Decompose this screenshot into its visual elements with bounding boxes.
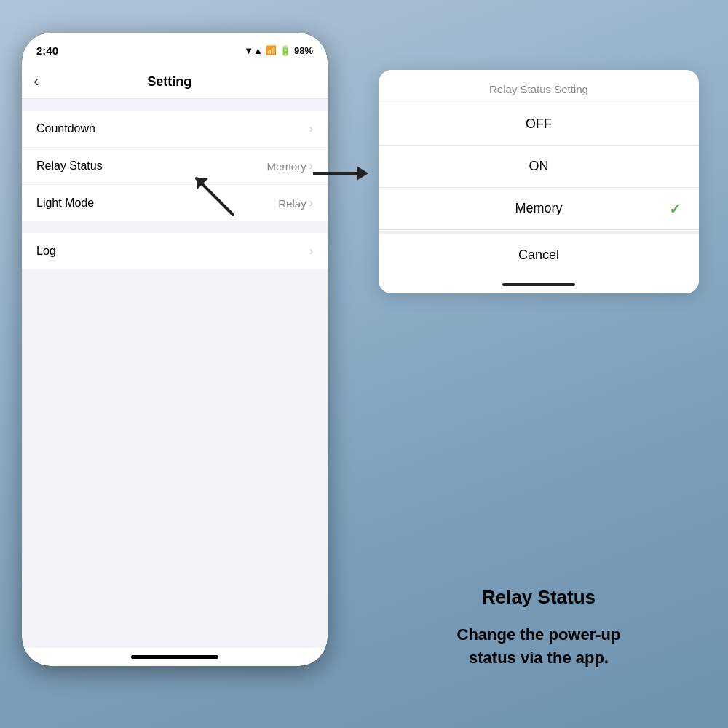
light-mode-row[interactable]: Light Mode Relay ›: [22, 185, 328, 221]
description-line2: status via the app.: [469, 649, 609, 667]
battery-icon: 🔋: [280, 45, 291, 56]
modal-home-bar: [502, 283, 575, 286]
log-right: ›: [309, 245, 313, 258]
log-label: Log: [36, 245, 56, 258]
relay-status-label: Relay Status: [36, 159, 103, 173]
option-on-label: ON: [529, 159, 549, 174]
countdown-right: ›: [309, 122, 313, 135]
option-off-row[interactable]: OFF: [379, 103, 699, 146]
settings-section-2: Log ›: [22, 233, 328, 269]
battery-percent: 98%: [294, 45, 313, 56]
right-arrow: [313, 166, 368, 181]
back-button[interactable]: ‹: [33, 72, 39, 91]
description-area: Relay Status Change the power-up status …: [379, 586, 699, 670]
nav-bar: ‹ Setting: [22, 65, 328, 99]
option-on-row[interactable]: ON: [379, 146, 699, 188]
arrow-head: [357, 166, 368, 181]
countdown-chevron: ›: [309, 122, 313, 135]
relay-status-right: Memory ›: [267, 159, 314, 173]
status-icons: ▼▲ 📶 🔋 98%: [244, 45, 313, 56]
settings-list: Countdown › Relay Status Memory › Light …: [22, 99, 328, 648]
option-memory-row[interactable]: Memory ✓: [379, 188, 699, 230]
light-mode-label: Light Mode: [36, 197, 94, 210]
light-mode-chevron: ›: [309, 197, 313, 210]
status-bar: 2:40 ▼▲ 📶 🔋 98%: [22, 33, 328, 65]
relay-status-modal: Relay Status Setting OFF ON Memory ✓ Can…: [379, 70, 699, 293]
arrow-line: [313, 172, 357, 175]
description-body: Change the power-up status via the app.: [379, 623, 699, 670]
light-mode-right: Relay ›: [278, 197, 313, 210]
description-line1: Change the power-up: [457, 625, 621, 644]
option-off-label: OFF: [526, 116, 552, 132]
settings-section-1: Countdown › Relay Status Memory › Light …: [22, 111, 328, 221]
countdown-label: Countdown: [36, 122, 95, 135]
status-time: 2:40: [36, 44, 58, 57]
modal-home-indicator: [379, 276, 699, 293]
phone-screen: 2:40 ▼▲ 📶 🔋 98% ‹ Setting Countdown ›: [22, 33, 328, 666]
wifi-icon: 📶: [266, 45, 277, 55]
signal-icon: ▼▲: [244, 45, 263, 56]
countdown-row[interactable]: Countdown ›: [22, 111, 328, 148]
log-row[interactable]: Log ›: [22, 233, 328, 269]
relay-status-value: Memory: [267, 160, 306, 173]
description-title: Relay Status: [379, 586, 699, 609]
home-indicator: [22, 648, 328, 666]
log-chevron: ›: [309, 245, 313, 258]
cancel-label: Cancel: [518, 248, 559, 263]
phone-mockup: 2:40 ▼▲ 📶 🔋 98% ‹ Setting Countdown ›: [22, 33, 328, 666]
home-bar: [131, 655, 218, 659]
relay-status-row[interactable]: Relay Status Memory ›: [22, 148, 328, 185]
cancel-button[interactable]: Cancel: [379, 230, 699, 276]
nav-title: Setting: [47, 74, 291, 90]
pointer-arrow: [182, 164, 240, 222]
option-memory-label: Memory: [515, 201, 562, 216]
modal-title: Relay Status Setting: [379, 70, 699, 103]
light-mode-value: Relay: [278, 197, 306, 210]
selected-checkmark: ✓: [669, 200, 681, 218]
